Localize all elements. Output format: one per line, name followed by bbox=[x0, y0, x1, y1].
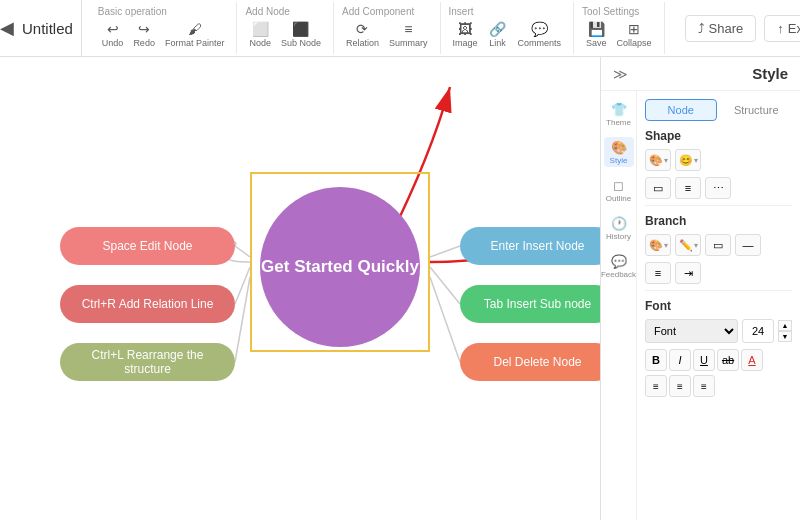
toolbar-buttons-tools: 💾Save ⊞Collapse bbox=[582, 19, 656, 50]
panel-icon-feedback[interactable]: 💬 Feedback bbox=[604, 251, 634, 281]
undo-label: Undo bbox=[102, 38, 124, 48]
branch-fill-btn[interactable]: 🎨 bbox=[645, 234, 671, 256]
add-node-button[interactable]: ⬜Node bbox=[245, 19, 275, 50]
save-label: Save bbox=[586, 38, 607, 48]
shape-rect-btn[interactable]: ▭ bbox=[645, 177, 671, 199]
align-left-button[interactable]: ≡ bbox=[645, 375, 667, 397]
tab-node[interactable]: Node bbox=[645, 99, 717, 121]
svg-line-3 bbox=[430, 246, 460, 257]
toolbar-group-label: Basic operation bbox=[98, 6, 167, 17]
shape-fill-btn[interactable]: 🎨 bbox=[645, 149, 671, 171]
branch-pen-btn[interactable]: ✏️ bbox=[675, 234, 701, 256]
left-node-3[interactable]: Ctrl+L Rearrange the structure bbox=[60, 343, 235, 381]
font-select[interactable]: Font bbox=[645, 319, 738, 343]
shape-icon-btn[interactable]: 😊 bbox=[675, 149, 701, 171]
panel-icon-outline[interactable]: ◻ Outline bbox=[604, 175, 634, 205]
shape-row-1: 🎨 😊 bbox=[645, 149, 792, 171]
outline-icon: ◻ bbox=[613, 178, 624, 193]
shape-lines2-btn[interactable]: ⋯ bbox=[705, 177, 731, 199]
branch-dashes-btn[interactable]: ≡ bbox=[645, 262, 671, 284]
align-row: ≡ ≡ ≡ bbox=[645, 375, 792, 397]
svg-line-1 bbox=[235, 267, 250, 304]
shape-section-title: Shape bbox=[645, 129, 792, 143]
export-button[interactable]: ↑ Export bbox=[764, 15, 800, 42]
share-button[interactable]: ⤴ Share bbox=[685, 15, 757, 42]
main-area: Get Started Quickly Space Edit Node Ctrl… bbox=[0, 57, 800, 520]
right-panel: ≫ Style 👕 Theme 🎨 Style ◻ Outline � bbox=[600, 57, 800, 520]
image-button[interactable]: 🖼Image bbox=[449, 19, 482, 50]
branch-indent-btn[interactable]: ⇥ bbox=[675, 262, 701, 284]
toolbar-group-component-label: Add Component bbox=[342, 6, 414, 17]
toolbar-group-insert: Insert 🖼Image 🔗Link 💬Comments bbox=[441, 2, 575, 54]
panel-icon-style[interactable]: 🎨 Style bbox=[604, 137, 634, 167]
font-size-input[interactable] bbox=[742, 319, 774, 343]
tab-structure[interactable]: Structure bbox=[721, 99, 793, 121]
toolbar-group-add-node-label: Add Node bbox=[245, 6, 289, 17]
bold-button[interactable]: B bbox=[645, 349, 667, 371]
panel-collapse-button[interactable]: ≫ bbox=[613, 66, 628, 82]
image-icon: 🖼 bbox=[458, 21, 472, 37]
header-actions: ⤴ Share ↑ Export bbox=[673, 15, 800, 42]
align-right-button[interactable]: ≡ bbox=[693, 375, 715, 397]
toolbar-group-basic: Basic operation ↩Undo ↪Redo 🖌Format Pain… bbox=[90, 2, 238, 54]
toolbar-group-tools-label: Tool Settings bbox=[582, 6, 639, 17]
right-node-2[interactable]: Tab Insert Sub node bbox=[460, 285, 600, 323]
subnode-label: Sub Node bbox=[281, 38, 321, 48]
toolbar-buttons-component: ⟳Relation ≡Summary bbox=[342, 19, 432, 50]
right-node-1[interactable]: Enter Insert Node bbox=[460, 227, 600, 265]
branch-row-1: 🎨 ✏️ ▭ — bbox=[645, 234, 792, 256]
branch-row-2: ≡ ⇥ bbox=[645, 262, 792, 284]
svg-line-4 bbox=[430, 267, 460, 304]
add-subnode-button[interactable]: ⬛Sub Node bbox=[277, 19, 325, 50]
feedback-label: Feedback bbox=[601, 270, 636, 279]
font-row: Font ▲ ▼ bbox=[645, 319, 792, 343]
font-size-down[interactable]: ▼ bbox=[778, 331, 792, 342]
panel-icon-history[interactable]: 🕐 History bbox=[604, 213, 634, 243]
center-node[interactable]: Get Started Quickly bbox=[260, 187, 420, 347]
relation-label: Relation bbox=[346, 38, 379, 48]
redo-button[interactable]: ↪Redo bbox=[129, 19, 159, 50]
left-node-1[interactable]: Space Edit Node bbox=[60, 227, 235, 265]
right-node-3[interactable]: Del Delete Node bbox=[460, 343, 600, 381]
branch-line-btn[interactable]: — bbox=[735, 234, 761, 256]
align-center-button[interactable]: ≡ bbox=[669, 375, 691, 397]
link-icon: 🔗 bbox=[489, 21, 506, 37]
panel-icon-theme[interactable]: 👕 Theme bbox=[604, 99, 634, 129]
node-icon: ⬜ bbox=[252, 21, 269, 37]
format-painter-button[interactable]: 🖌Format Painter bbox=[161, 19, 229, 50]
back-button[interactable]: ◀ bbox=[0, 0, 14, 57]
underline-button[interactable]: U bbox=[693, 349, 715, 371]
toolbar-group-tool-settings: Tool Settings 💾Save ⊞Collapse bbox=[574, 2, 665, 54]
italic-button[interactable]: I bbox=[669, 349, 691, 371]
share-label: Share bbox=[709, 21, 744, 36]
link-button[interactable]: 🔗Link bbox=[484, 19, 512, 50]
summary-button[interactable]: ≡Summary bbox=[385, 19, 432, 50]
left-node-2[interactable]: Ctrl+R Add Relation Line bbox=[60, 285, 235, 323]
relation-button[interactable]: ⟳Relation bbox=[342, 19, 383, 50]
theme-icon: 👕 bbox=[611, 102, 627, 117]
summary-icon: ≡ bbox=[404, 21, 412, 37]
comments-button[interactable]: 💬Comments bbox=[514, 19, 566, 50]
collapse-button[interactable]: ⊞Collapse bbox=[613, 19, 656, 50]
font-color-button[interactable]: A bbox=[741, 349, 763, 371]
style-label: Style bbox=[610, 156, 628, 165]
save-button[interactable]: 💾Save bbox=[582, 19, 611, 50]
strikethrough-button[interactable]: ab bbox=[717, 349, 739, 371]
shape-lines-btn[interactable]: ≡ bbox=[675, 177, 701, 199]
branch-rect-btn[interactable]: ▭ bbox=[705, 234, 731, 256]
font-format-row: B I U ab A bbox=[645, 349, 792, 371]
subnode-icon: ⬛ bbox=[292, 21, 309, 37]
back-icon: ◀ bbox=[0, 17, 14, 39]
toolbar-buttons-insert: 🖼Image 🔗Link 💬Comments bbox=[449, 19, 566, 50]
collapse-label: Collapse bbox=[617, 38, 652, 48]
undo-button[interactable]: ↩Undo bbox=[98, 19, 128, 50]
panel-content: Node Structure Shape 🎨 😊 ▭ ≡ ⋯ Branch bbox=[637, 91, 800, 520]
canvas[interactable]: Get Started Quickly Space Edit Node Ctrl… bbox=[0, 57, 600, 520]
font-size-up[interactable]: ▲ bbox=[778, 320, 792, 331]
save-icon: 💾 bbox=[588, 21, 605, 37]
svg-line-2 bbox=[235, 277, 250, 362]
toolbar-group-add-node: Add Node ⬜Node ⬛Sub Node bbox=[237, 2, 334, 54]
summary-label: Summary bbox=[389, 38, 428, 48]
export-label: Export bbox=[788, 21, 800, 36]
panel-tabs: Node Structure bbox=[645, 99, 792, 121]
